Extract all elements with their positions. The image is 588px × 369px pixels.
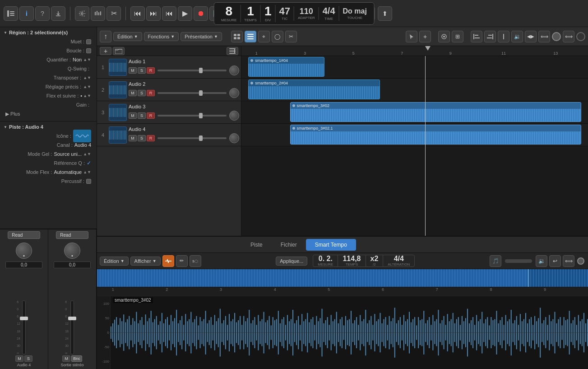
add-track-btn-2[interactable] <box>227 47 238 55</box>
st-expand-btn[interactable]: ⟺ <box>563 255 574 267</box>
tab-smart-tempo[interactable]: Smart Tempo <box>306 239 356 251</box>
pan-btn[interactable]: ◀▶ <box>525 31 537 42</box>
track-lane-4[interactable]: smarttempo_3#02.1 <box>241 124 588 146</box>
align-left-btn[interactable] <box>471 31 482 42</box>
presentation-menu[interactable]: Présentation ▼ <box>181 32 222 41</box>
track-fader-3[interactable] <box>157 115 227 117</box>
tab-fichier[interactable]: Fichier <box>272 239 306 251</box>
st-dot-btn[interactable] <box>577 257 584 265</box>
track-solo-4[interactable]: S <box>138 135 146 141</box>
track-fader-1[interactable] <box>157 70 227 71</box>
track-fader-thumb-4[interactable] <box>199 135 203 141</box>
snap-btn[interactable] <box>438 31 450 42</box>
st-transient-btn[interactable] <box>162 255 174 267</box>
flex-value[interactable]: • <box>80 93 82 98</box>
vol-btn[interactable]: 🔉 <box>511 31 523 42</box>
grid-snap-btn[interactable]: ⊞ <box>452 31 463 42</box>
transposer-value[interactable]: ▲▼ <box>83 75 91 80</box>
clip-2[interactable]: smarttempo_2#04 <box>248 79 380 99</box>
fader-handle-1[interactable] <box>20 317 28 320</box>
track-fader-4[interactable] <box>157 137 227 139</box>
info-btn[interactable]: i <box>19 6 34 21</box>
track-mute-3[interactable]: M <box>129 112 137 119</box>
align-right-btn[interactable] <box>484 31 496 42</box>
add-track-btn[interactable]: + <box>100 47 111 55</box>
track-lane-3[interactable]: smarttempo_3#02 <box>241 101 588 124</box>
plus-btn[interactable]: ▶ Plus <box>5 111 20 117</box>
st-edition-menu[interactable]: Édition ▼ <box>100 257 129 266</box>
track-fader-thumb-3[interactable] <box>199 113 203 118</box>
scissors-btn[interactable]: ✂ <box>106 6 121 21</box>
clip-1[interactable]: smarttempo_1#04 <box>248 57 324 77</box>
quantifier-value[interactable]: Non ▲▼ <box>73 57 91 62</box>
center-btn[interactable] <box>498 31 509 42</box>
reglage-arrow[interactable]: ▲▼ <box>83 84 91 89</box>
track-knob-1[interactable] <box>229 65 239 75</box>
piste-triangle[interactable]: ▼ <box>4 125 7 129</box>
track-rec-3[interactable]: R <box>147 112 155 119</box>
percussif-checkbox[interactable] <box>86 179 91 184</box>
st-speaker-btn[interactable]: 🔉 <box>536 255 547 267</box>
track-fader-2[interactable] <box>157 92 227 94</box>
read-btn-1[interactable]: Read <box>8 231 40 239</box>
track-rec-2[interactable]: R <box>147 90 155 96</box>
circle-btn[interactable] <box>552 32 561 41</box>
muet-checkbox[interactable] <box>86 39 91 44</box>
fonctions-menu[interactable]: Fonctions ▼ <box>144 32 179 41</box>
track-fader-thumb-2[interactable] <box>199 90 203 96</box>
list-view-btn[interactable] <box>245 31 256 42</box>
edition-menu[interactable]: Édition ▼ <box>113 32 142 41</box>
track-knob-3[interactable] <box>229 111 239 121</box>
transposer-arrow[interactable]: ▲▼ <box>83 75 91 80</box>
st-cycle-btn[interactable]: ↩ <box>549 255 561 267</box>
fader-handle-2[interactable] <box>68 317 76 320</box>
grid-view-btn[interactable] <box>231 31 243 42</box>
mixer-btn[interactable] <box>91 6 105 21</box>
boucle-checkbox[interactable] <box>86 48 91 53</box>
st-metronome-btn[interactable]: 🎵 <box>490 255 501 267</box>
share-btn[interactable]: ⬆ <box>378 6 392 21</box>
to-start-btn[interactable]: ⏮ <box>162 6 176 21</box>
expand-h-btn[interactable]: ⟺ <box>538 31 550 42</box>
pointer-tool-btn[interactable] <box>406 31 417 42</box>
rewind-btn[interactable]: ⏮ <box>130 6 145 21</box>
record-btn[interactable]: ⏺ <box>194 6 208 21</box>
up-btn[interactable]: ↑ <box>100 31 111 42</box>
track-mute-2[interactable]: M <box>129 90 137 96</box>
st-applique-btn[interactable]: Applique... <box>276 257 307 266</box>
read-btn-2[interactable]: Read <box>56 231 88 239</box>
bnc-btn[interactable]: Bnc <box>71 355 82 362</box>
track-rec-1[interactable]: R <box>147 67 155 74</box>
clip-4[interactable]: smarttempo_3#02.1 <box>290 125 581 145</box>
track-knob-2[interactable] <box>229 88 239 98</box>
track-solo-2[interactable]: S <box>138 90 146 96</box>
plus-mode-btn[interactable]: + <box>419 31 431 42</box>
library-btn[interactable] <box>4 6 18 21</box>
st-slider[interactable] <box>505 259 532 263</box>
quantifier-arrow[interactable]: ▲▼ <box>83 57 91 62</box>
region-triangle[interactable]: ▼ <box>4 31 7 35</box>
scissors-arrange-btn[interactable]: ✂ <box>285 31 297 42</box>
play-btn[interactable]: ▶ <box>178 6 192 21</box>
download-btn[interactable] <box>51 6 65 21</box>
track-lane-1[interactable]: smarttempo_1#04 <box>241 56 588 79</box>
track-solo-1[interactable]: S <box>138 67 146 74</box>
mute-btn-1[interactable]: M <box>15 355 23 362</box>
cursor-mode-btn[interactable]: ⌖ <box>258 31 270 42</box>
st-pencil-btn[interactable]: ✏ <box>176 255 188 267</box>
config-btn[interactable] <box>75 6 89 21</box>
icone-waveform[interactable] <box>73 130 91 142</box>
track-solo-3[interactable]: S <box>138 112 146 119</box>
track-lane-2[interactable]: smarttempo_2#04 <box>241 79 588 101</box>
canal-value[interactable]: Audio 4 <box>74 142 91 148</box>
clip-3[interactable]: smarttempo_3#02 <box>290 102 581 122</box>
mode-flex-arrow[interactable]: ▲▼ <box>83 170 91 174</box>
add-folder-btn[interactable] <box>113 47 125 55</box>
pan-knob-2[interactable] <box>64 243 80 259</box>
st-sc-btn[interactable]: s◌ <box>190 255 201 267</box>
fast-forward-btn[interactable]: ⏭ <box>146 6 161 21</box>
mode-gel-value[interactable]: Source uni... ▲▼ <box>54 151 91 157</box>
track-mute-4[interactable]: M <box>129 135 137 141</box>
track-rec-4[interactable]: R <box>147 135 155 141</box>
track-knob-4[interactable] <box>229 133 239 143</box>
